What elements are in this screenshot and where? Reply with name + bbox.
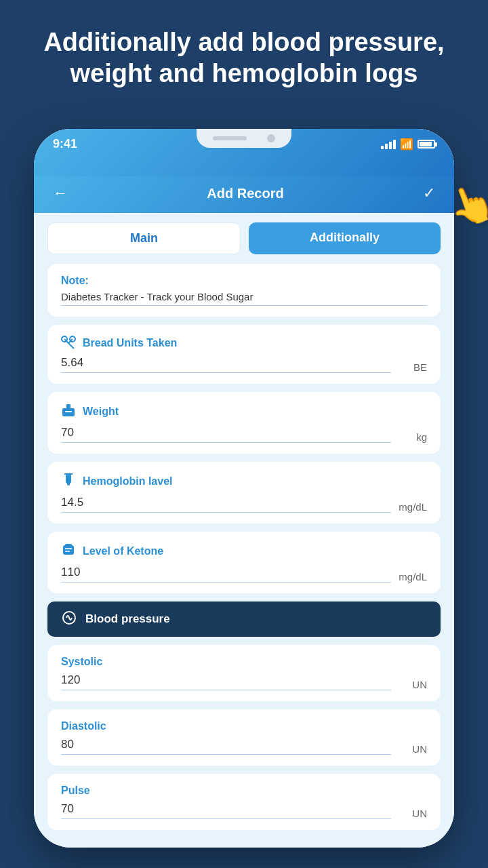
app-bar-title: Add Record	[207, 186, 283, 201]
ketone-label: Level of Ketone	[61, 542, 427, 560]
pulse-unit: UN	[396, 808, 427, 819]
wifi-icon: 📶	[400, 138, 413, 151]
svg-rect-6	[65, 411, 72, 412]
bread-units-value: 5.64	[61, 356, 83, 369]
hemoglobin-value: 14.5	[61, 496, 83, 509]
scissors-icon	[61, 336, 76, 351]
ketone-icon	[61, 542, 76, 560]
tab-main[interactable]: Main	[47, 222, 241, 254]
diastolic-field: 80 UN	[61, 738, 427, 755]
confirm-button[interactable]: ✓	[423, 184, 435, 202]
weight-unit: kg	[396, 431, 427, 443]
weight-field: 70 kg	[61, 426, 427, 443]
hemoglobin-card: Hemoglobin lavel 14.5 mg/dL	[47, 462, 441, 524]
systolic-label: Systolic	[61, 656, 427, 668]
pulse-card: Pulse 70 UN	[47, 774, 441, 830]
bread-units-unit: BE	[396, 361, 427, 373]
app-bar: ← Add Record ✓	[34, 176, 454, 213]
weight-card: Weight 70 kg	[47, 392, 441, 454]
diastolic-value: 80	[61, 738, 74, 751]
tab-bar: Main Additionally	[34, 213, 454, 264]
pulse-label: Pulse	[61, 785, 427, 797]
scale-icon	[61, 403, 76, 420]
ketone-value: 110	[61, 566, 80, 578]
blood-pressure-icon	[61, 610, 77, 629]
ketone-field: 110 mg/dL	[61, 566, 427, 583]
weight-label: Weight	[61, 403, 427, 420]
pulse-value: 70	[61, 802, 74, 815]
svg-rect-7	[66, 474, 71, 484]
content-area: Note: Diabetes Tracker - Track your Bloo…	[34, 264, 454, 847]
hemoglobin-field: 14.5 mg/dL	[61, 496, 427, 513]
ketone-card: Level of Ketone 110 mg/dL	[47, 532, 441, 593]
svg-rect-11	[65, 544, 72, 547]
weight-value: 70	[61, 426, 74, 439]
back-button[interactable]: ←	[53, 184, 68, 202]
notch	[197, 129, 291, 148]
systolic-value: 120	[61, 673, 80, 686]
camera	[267, 134, 275, 142]
battery-icon	[418, 140, 435, 149]
note-value[interactable]: Diabetes Tracker - Track your Blood Suga…	[61, 291, 427, 306]
status-bar-area: 9:41 📶	[34, 129, 454, 176]
signal-icon	[381, 140, 396, 149]
status-icons: 📶	[381, 138, 435, 151]
svg-rect-10	[63, 545, 74, 555]
phone-frame: 9:41 📶 ← Add Record ✓ Main Additionally	[34, 129, 454, 848]
systolic-unit: UN	[396, 679, 427, 690]
blood-pressure-header: Blood pressure	[47, 601, 441, 637]
diastolic-label: Diastolic	[61, 720, 427, 732]
svg-rect-8	[67, 482, 70, 486]
blood-pressure-title: Blood pressure	[85, 612, 170, 626]
speaker	[213, 136, 247, 140]
diastolic-card: Diastolic 80 UN	[47, 709, 441, 766]
bread-units-card: Bread Units Taken 5.64 BE	[47, 325, 441, 384]
hemoglobin-label: Hemoglobin lavel	[61, 473, 427, 490]
note-card: Note: Diabetes Tracker - Track your Bloo…	[47, 264, 441, 317]
pulse-field: 70 UN	[61, 802, 427, 819]
test-tube-icon	[61, 473, 76, 490]
diastolic-unit: UN	[396, 743, 427, 755]
status-time: 9:41	[53, 137, 77, 151]
bread-units-label: Bread Units Taken	[61, 336, 427, 351]
hemoglobin-unit: mg/dL	[396, 501, 427, 513]
svg-rect-5	[66, 404, 70, 409]
systolic-field: 120 UN	[61, 673, 427, 690]
note-label: Note:	[61, 275, 427, 287]
bread-units-field: 5.64 BE	[61, 356, 427, 373]
tab-additionally[interactable]: Additionally	[249, 222, 441, 254]
systolic-card: Systolic 120 UN	[47, 645, 441, 701]
svg-line-2	[64, 339, 74, 349]
headline: Additionally add blood pressure, weight …	[0, 27, 488, 89]
ketone-unit: mg/dL	[396, 571, 427, 583]
